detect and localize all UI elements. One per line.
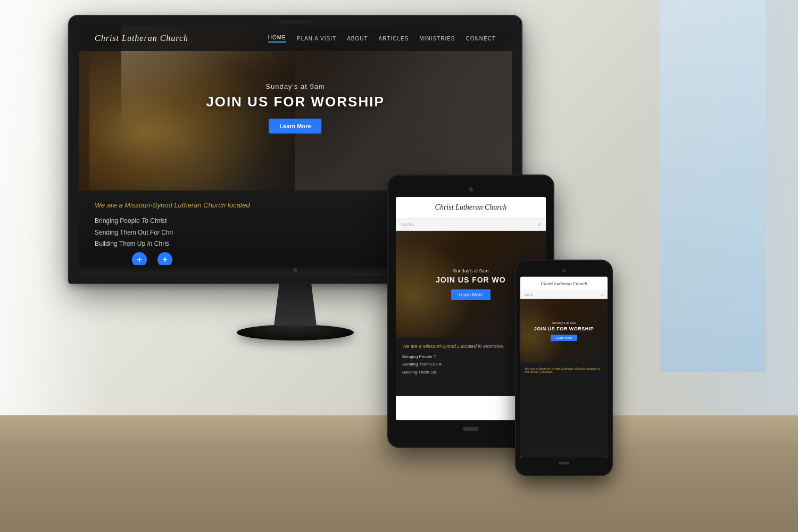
nav-link-ministries[interactable]: MINISTRIES [419, 36, 455, 41]
nav-link-plan[interactable]: PLAN A VISIT [297, 36, 336, 41]
monitor-nav-links: HOME PLAN A VISIT ABOUT ARTICLES MINISTR… [268, 35, 496, 43]
window-decoration [660, 0, 766, 372]
phone-logo: Christ Lutheran Church [525, 281, 603, 286]
tablet-nav-bar: Go to... ≡ [396, 219, 546, 231]
nav-link-connect[interactable]: CONNECT [466, 36, 496, 41]
monitor-nav: Christ Lutheran Church HOME PLAN A VISIT… [79, 26, 512, 51]
phone-hero-subtitle: Sunday's at 9am [552, 321, 576, 325]
phone-learn-more-button[interactable]: Learn More [551, 335, 578, 341]
tablet-hamburger-icon[interactable]: ≡ [538, 222, 541, 227]
phone-below-hero: We are a Missouri-Synod Lutheran Church … [520, 363, 608, 458]
tablet-hero-title: JOIN US FOR WO [436, 276, 505, 284]
tablet-hero-subtitle: Sunday's at 9am [453, 268, 489, 273]
tablet-nav-placeholder[interactable]: Go to... [401, 222, 417, 227]
phone-tagline: We are a Missouri-Synod Lutheran Church … [525, 367, 603, 373]
circle-btn-1[interactable] [132, 252, 147, 265]
nav-link-about[interactable]: ABOUT [347, 36, 368, 41]
tablet-home-button[interactable] [463, 427, 479, 431]
phone: Christ Lutheran Church Go To ≡ Sunday's … [516, 261, 612, 475]
monitor-logo-dot [293, 268, 297, 272]
phone-hamburger-icon[interactable]: ≡ [601, 293, 603, 296]
phone-hero: Sunday's at 9am JOIN US FOR WORSHIP Lear… [520, 299, 608, 363]
monitor-nav-logo: Christ Lutheran Church [95, 34, 188, 43]
phone-hero-title: JOIN US FOR WORSHIP [534, 326, 594, 331]
tablet-camera [469, 187, 473, 192]
monitor-stand-base [237, 325, 354, 340]
monitor-stand-neck [269, 283, 322, 326]
phone-bezel: Christ Lutheran Church Go To ≡ Sunday's … [516, 261, 612, 475]
phone-header: Christ Lutheran Church [520, 277, 608, 291]
tablet-header: Christ Lutheran Church [396, 197, 546, 219]
tablet-learn-more-button[interactable]: Learn More [451, 289, 491, 300]
nav-link-home[interactable]: HOME [268, 35, 286, 43]
hero-subtitle: Sunday's at 9am [206, 82, 385, 90]
phone-nav-bar: Go To ≡ [520, 291, 608, 299]
monitor-top-dots [279, 20, 311, 23]
hero-title: JOIN US FOR WORSHIP [206, 94, 385, 110]
learn-more-button[interactable]: Learn More [269, 119, 321, 134]
phone-screen: Christ Lutheran Church Go To ≡ Sunday's … [520, 277, 608, 458]
phone-home-button[interactable] [559, 462, 569, 464]
tablet-logo: Christ Lutheran Church [402, 203, 539, 212]
hero-content: Sunday's at 9am JOIN US FOR WORSHIP Lear… [206, 82, 385, 134]
phone-camera [562, 269, 566, 272]
circle-btn-2[interactable] [157, 252, 172, 265]
nav-link-articles[interactable]: ARTICLES [379, 36, 409, 41]
phone-nav-placeholder[interactable]: Go To [525, 293, 533, 296]
